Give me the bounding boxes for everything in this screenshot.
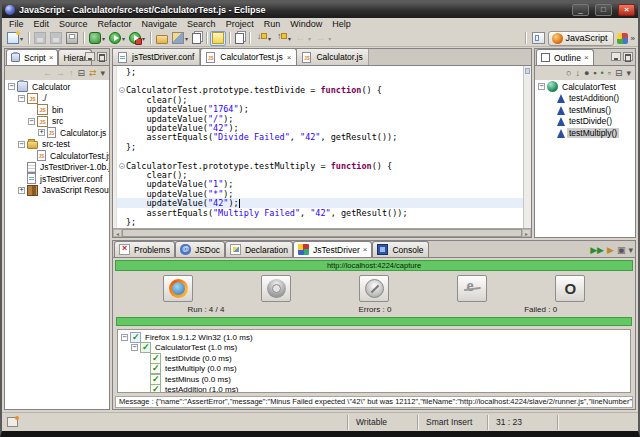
tree-item[interactable]: −src bbox=[5, 116, 109, 128]
tab-outline[interactable]: Outline × bbox=[536, 49, 594, 65]
dropdown-arrow-icon[interactable]: ▾ bbox=[185, 35, 188, 42]
hide-statics-icon[interactable]: ▪ bbox=[593, 67, 596, 79]
code-line[interactable] bbox=[117, 76, 523, 85]
minimize-view-icon[interactable] bbox=[85, 52, 95, 61]
tree-item[interactable]: −CalculatorTest (1.0 ms) bbox=[118, 343, 630, 354]
editor-horizontal-scrollbar[interactable]: ◂ ▸ bbox=[113, 228, 531, 237]
view-menu-icon[interactable]: ▾ bbox=[628, 244, 633, 256]
open-resource-button[interactable] bbox=[154, 31, 170, 46]
fold-collapse-icon[interactable] bbox=[119, 163, 125, 169]
expander-icon[interactable]: + bbox=[38, 129, 45, 136]
scrollbar-thumb[interactable] bbox=[122, 229, 522, 237]
menu-navigate[interactable]: Navigate bbox=[137, 19, 183, 29]
dropdown-arrow-icon[interactable]: ▾ bbox=[122, 35, 125, 42]
collapse-all-icon[interactable]: ⊟ bbox=[77, 67, 85, 79]
menu-run[interactable]: Run bbox=[259, 19, 286, 29]
debug-button[interactable]: ▾ bbox=[87, 31, 107, 46]
code-line[interactable]: assertEquals("Divide Failed", "42", getR… bbox=[117, 133, 523, 142]
back-button[interactable]: ▾ bbox=[293, 31, 313, 46]
editor-tab[interactable]: Calculator.js bbox=[297, 49, 368, 65]
fast-view-tray-icon[interactable] bbox=[7, 417, 18, 427]
show-public-icon[interactable]: • bbox=[601, 67, 604, 79]
save-all-button[interactable] bbox=[48, 31, 64, 46]
code-line[interactable]: updateValue("/"); bbox=[117, 114, 523, 123]
code-line[interactable]: }; bbox=[117, 67, 523, 76]
tree-item[interactable]: testMinus (0.0 ms) bbox=[118, 374, 630, 385]
overview-ruler[interactable] bbox=[523, 66, 531, 228]
editor-tab[interactable]: CalculatorTest.js× bbox=[200, 48, 297, 65]
dropdown-arrow-icon[interactable]: ▾ bbox=[268, 35, 271, 42]
code-line[interactable]: }; bbox=[117, 142, 523, 151]
scroll-left-icon[interactable]: ◂ bbox=[113, 229, 122, 237]
tab-jsdoc[interactable]: JSDoc bbox=[175, 241, 225, 257]
hide-locals-icon[interactable]: ▫ bbox=[608, 67, 611, 79]
code-line[interactable]: CalculatorTest.prototype.testMultiply = … bbox=[117, 161, 523, 170]
expander-icon[interactable]: − bbox=[538, 83, 545, 90]
tab-script-explorer[interactable]: Script × bbox=[6, 49, 58, 65]
editor-tab[interactable]: jsTestDriver.conf bbox=[113, 49, 200, 65]
scroll-right-icon[interactable]: ▸ bbox=[522, 229, 531, 237]
open-type-button[interactable] bbox=[233, 31, 246, 46]
expander-icon[interactable]: − bbox=[18, 95, 25, 102]
dropdown-arrow-icon[interactable]: ▾ bbox=[20, 35, 23, 42]
code-line[interactable]: clear(); bbox=[117, 95, 523, 104]
tree-item[interactable]: testMultiply (0.0 ms) bbox=[118, 364, 630, 375]
forward-button[interactable]: ▾ bbox=[313, 31, 333, 46]
mark-occurrences-button[interactable] bbox=[210, 31, 226, 46]
next-annotation-button[interactable]: ▾ bbox=[253, 31, 273, 46]
tree-item[interactable]: −Firefox 1.9.1.2 Win32 (1.0 ms) bbox=[118, 332, 630, 343]
ie-browser-button[interactable] bbox=[457, 275, 487, 302]
opera-browser-button[interactable] bbox=[555, 275, 585, 302]
expander-icon[interactable]: − bbox=[131, 344, 138, 351]
new-snippet-button[interactable] bbox=[190, 31, 203, 46]
expander-icon[interactable]: + bbox=[18, 187, 25, 194]
up-icon[interactable]: ↑ bbox=[69, 67, 74, 79]
tree-item[interactable]: −./ bbox=[5, 93, 109, 105]
tree-item[interactable]: bin bbox=[5, 104, 109, 116]
tree-item[interactable]: jsTestDriver.conf bbox=[5, 173, 109, 185]
close-view-icon[interactable]: × bbox=[49, 53, 54, 62]
tab-jstestdriver[interactable]: JsTestDriver× bbox=[293, 241, 372, 257]
dropdown-arrow-icon[interactable]: ▾ bbox=[308, 35, 311, 42]
dropdown-arrow-icon[interactable]: ▾ bbox=[102, 35, 105, 42]
annotate-button[interactable]: ▾ bbox=[170, 31, 190, 46]
tree-item[interactable]: −src-test bbox=[5, 139, 109, 151]
dropdown-arrow-icon[interactable]: ▾ bbox=[328, 35, 331, 42]
save-button[interactable] bbox=[32, 31, 48, 46]
tree-item[interactable]: testMultiply() bbox=[535, 127, 635, 139]
code-line[interactable]: updateValue("1"); bbox=[117, 180, 523, 189]
view-menu-icon[interactable]: ▾ bbox=[626, 67, 631, 79]
print-button[interactable] bbox=[64, 31, 80, 46]
safari-browser-button[interactable] bbox=[359, 275, 389, 302]
tree-item[interactable]: CalculatorTest.js bbox=[5, 150, 109, 162]
minimize-view-icon[interactable] bbox=[611, 52, 621, 61]
expander-icon[interactable]: − bbox=[18, 141, 25, 148]
run-button[interactable]: ▾ bbox=[107, 31, 127, 46]
code-line[interactable]: updateValue("42"); bbox=[117, 198, 523, 207]
hide-fields-icon[interactable]: ● bbox=[584, 67, 589, 79]
maximize-view-icon[interactable] bbox=[97, 52, 107, 61]
title-bar[interactable]: JavaScript - Calculator/src-test/Calcula… bbox=[2, 2, 638, 18]
expander-icon[interactable]: − bbox=[8, 83, 15, 90]
collapse-all-icon[interactable]: ⊟ bbox=[615, 67, 623, 79]
tree-item[interactable]: testAddition() bbox=[535, 93, 635, 105]
menu-edit[interactable]: Edit bbox=[29, 19, 55, 29]
tab-declaration[interactable]: Declaration bbox=[225, 241, 293, 257]
menu-refactor[interactable]: Refactor bbox=[93, 19, 137, 29]
expander-icon[interactable]: − bbox=[28, 118, 35, 125]
toolbar-overflow-chevron[interactable]: » bbox=[631, 34, 635, 43]
jstestdriver-perspective-icon[interactable] bbox=[617, 33, 628, 44]
forward-icon[interactable]: → bbox=[56, 67, 65, 79]
link-editor-icon[interactable]: ⇄ bbox=[89, 67, 97, 79]
expander-icon[interactable]: − bbox=[121, 334, 128, 341]
run-captured-icon[interactable]: ▶ bbox=[607, 244, 614, 256]
menu-help[interactable]: Help bbox=[327, 19, 356, 29]
maximize-view-icon[interactable] bbox=[623, 52, 633, 61]
run-external-tools-button[interactable]: ▾ bbox=[127, 31, 147, 46]
chrome-browser-button[interactable] bbox=[261, 275, 291, 302]
code-line[interactable]: CalculatorTest.prototype.testDivide = fu… bbox=[117, 86, 523, 95]
menu-file[interactable]: File bbox=[4, 19, 29, 29]
maximize-window-button[interactable]: □ bbox=[595, 4, 612, 16]
perspective-javascript-button[interactable]: JavaScript bbox=[548, 31, 614, 46]
tree-item[interactable]: JsTestDriver-1.0b.jar bbox=[5, 162, 109, 174]
